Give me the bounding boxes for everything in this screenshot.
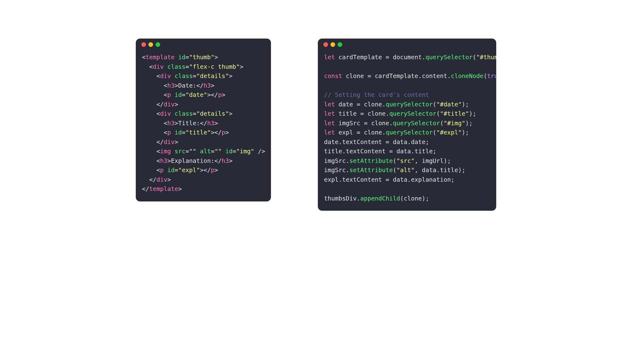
token-punc: < xyxy=(156,148,160,155)
token-punc xyxy=(171,72,175,80)
token-str: "#expl" xyxy=(436,129,462,136)
token-punc: . xyxy=(382,129,386,136)
token-punc: ( xyxy=(484,72,487,80)
minimize-icon[interactable] xyxy=(148,42,153,47)
token-tag: h3 xyxy=(222,157,229,164)
token-punc: > xyxy=(167,176,171,183)
token-punc: ( xyxy=(440,120,444,127)
token-tag: img xyxy=(160,148,171,155)
token-tag: let xyxy=(324,101,335,108)
token-punc: </ xyxy=(149,176,156,183)
token-str: "#thumb" xyxy=(476,54,496,61)
token-attr: alt xyxy=(200,148,211,155)
token-punc: = xyxy=(364,120,368,127)
token-punc: = xyxy=(185,148,189,155)
code-block-html: <template id="thumb"> <div class="flex-c… xyxy=(136,50,271,201)
token-punc: > xyxy=(178,185,182,192)
token-punc xyxy=(175,54,178,61)
token-str: "img" xyxy=(236,148,254,155)
token-punc: . xyxy=(346,157,349,164)
token-punc xyxy=(142,148,156,155)
token-attr: querySelector xyxy=(386,129,433,136)
token-tag: p xyxy=(167,129,171,136)
token-var: textContent xyxy=(342,139,382,146)
token-str: "details" xyxy=(196,110,229,117)
token-var: data xyxy=(389,176,407,183)
maximize-icon[interactable] xyxy=(156,42,160,47)
token-punc: < xyxy=(164,120,167,127)
token-punc: </ xyxy=(214,157,222,164)
token-var: clone xyxy=(364,110,385,117)
token-punc: . xyxy=(346,167,349,174)
token-punc: ( xyxy=(393,157,397,164)
token-punc: < xyxy=(156,167,160,174)
token-attr: src xyxy=(175,148,185,155)
token-attr: querySelector xyxy=(389,110,436,117)
token-punc xyxy=(142,129,164,136)
token-punc: , imgUrl); xyxy=(415,157,451,164)
token-punc xyxy=(142,120,164,127)
token-punc: </ xyxy=(142,185,149,192)
token-punc xyxy=(171,110,175,117)
token-var: date xyxy=(324,139,339,146)
token-punc: = xyxy=(193,110,196,117)
token-punc xyxy=(171,91,175,98)
maximize-icon[interactable] xyxy=(338,42,342,47)
token-attr: id xyxy=(167,167,174,174)
token-tag: p xyxy=(160,167,164,174)
code-window-html: <template id="thumb"> <div class="flex-c… xyxy=(136,39,271,201)
token-var: thumbsDiv xyxy=(324,195,357,202)
token-punc: > xyxy=(229,157,233,164)
token-tag: p xyxy=(211,167,214,174)
token-attr: class xyxy=(175,72,193,80)
token-tag: let xyxy=(324,120,335,127)
token-attr: class xyxy=(167,63,185,70)
token-punc: ( xyxy=(393,167,397,174)
token-text: Date: xyxy=(178,82,196,89)
token-punc: > xyxy=(214,167,218,174)
token-punc xyxy=(142,139,156,146)
token-str: "details" xyxy=(196,72,229,80)
token-tag: let xyxy=(324,129,335,136)
token-punc: < xyxy=(149,63,153,70)
token-punc: ); xyxy=(462,129,469,136)
token-str: "alt" xyxy=(397,167,415,174)
token-var: title xyxy=(335,110,360,117)
token-var: imgSrc xyxy=(324,167,346,174)
token-attr: cloneNode xyxy=(451,72,484,80)
token-punc xyxy=(171,129,175,136)
token-punc xyxy=(142,176,149,183)
token-tag: div xyxy=(160,110,171,117)
token-tag: template xyxy=(149,185,178,192)
token-attr: querySelector xyxy=(426,54,473,61)
token-str: "flex-c thumb" xyxy=(189,63,240,70)
token-punc: . xyxy=(342,148,346,155)
token-punc: = xyxy=(357,129,360,136)
minimize-icon[interactable] xyxy=(331,42,335,47)
close-icon[interactable] xyxy=(323,42,328,47)
token-attr: setAttribute xyxy=(349,157,393,164)
token-var: clone xyxy=(360,101,382,108)
token-tag: div xyxy=(164,101,174,108)
token-punc: = xyxy=(389,148,393,155)
token-punc: ); xyxy=(458,167,465,174)
token-punc: . xyxy=(386,110,389,117)
token-var: clone xyxy=(360,129,382,136)
token-punc: . xyxy=(389,120,393,127)
token-tag: h3 xyxy=(160,157,167,164)
close-icon[interactable] xyxy=(141,42,146,47)
token-punc: = xyxy=(185,54,189,61)
token-punc: </ xyxy=(156,101,164,108)
token-punc: > xyxy=(214,54,218,61)
token-punc: = xyxy=(182,129,185,136)
token-punc: = xyxy=(211,148,214,155)
token-punc: . xyxy=(411,148,415,155)
token-punc xyxy=(386,148,389,155)
token-str: "thumb" xyxy=(189,54,214,61)
token-tag: h3 xyxy=(207,120,214,127)
token-punc: < xyxy=(156,157,160,164)
token-tag: h3 xyxy=(204,82,211,89)
token-punc: = xyxy=(233,148,236,155)
token-punc: < xyxy=(164,129,167,136)
token-var: imgSrc xyxy=(335,120,364,127)
